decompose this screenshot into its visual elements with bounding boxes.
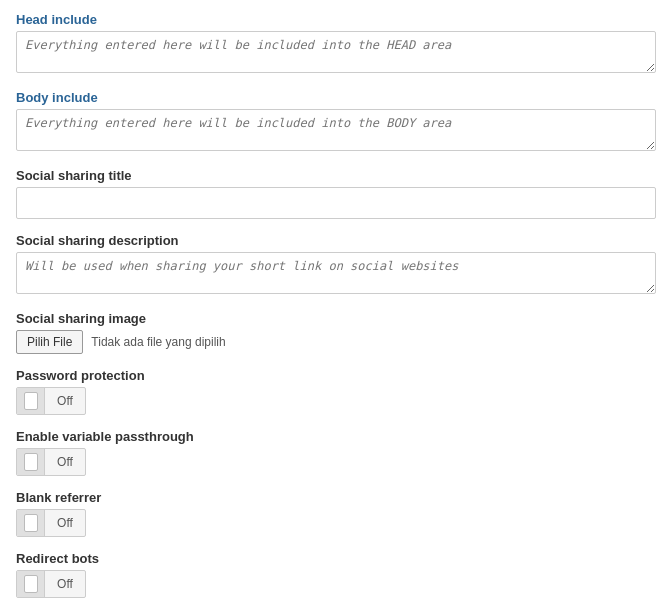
toggle-off-label: Off (45, 394, 85, 408)
blank-referrer-label: Blank referrer (16, 490, 656, 505)
redirect-bots-toggle[interactable]: Off (16, 570, 86, 598)
toggle-thumb (24, 453, 38, 471)
toggle-track (17, 449, 45, 475)
social-title-input[interactable] (16, 187, 656, 219)
social-title-label: Social sharing title (16, 168, 656, 183)
blank-referrer-toggle[interactable]: Off (16, 509, 86, 537)
head-include-textarea[interactable] (16, 31, 656, 73)
toggle-thumb (24, 514, 38, 532)
redirect-bots-group: Redirect bots Off (16, 551, 656, 598)
enable-variable-toggle-row: Off (16, 448, 656, 476)
toggle-thumb (24, 392, 38, 410)
body-include-textarea[interactable] (16, 109, 656, 151)
social-description-group: Social sharing description (16, 233, 656, 297)
password-protection-toggle-row: Off (16, 387, 656, 415)
social-description-textarea[interactable] (16, 252, 656, 294)
toggle-track (17, 510, 45, 536)
toggle-track (17, 388, 45, 414)
choose-file-button[interactable]: Pilih File (16, 330, 83, 354)
file-name-display: Tidak ada file yang dipilih (91, 335, 225, 349)
password-protection-label: Password protection (16, 368, 656, 383)
redirect-bots-toggle-row: Off (16, 570, 656, 598)
file-row: Pilih File Tidak ada file yang dipilih (16, 330, 656, 354)
password-protection-group: Password protection Off (16, 368, 656, 415)
toggle-thumb (24, 575, 38, 593)
toggle-off-label: Off (45, 577, 85, 591)
toggle-off-label: Off (45, 455, 85, 469)
social-image-group: Social sharing image Pilih File Tidak ad… (16, 311, 656, 354)
toggle-track (17, 571, 45, 597)
redirect-bots-label: Redirect bots (16, 551, 656, 566)
enable-variable-label: Enable variable passthrough (16, 429, 656, 444)
enable-variable-group: Enable variable passthrough Off (16, 429, 656, 476)
social-description-label: Social sharing description (16, 233, 656, 248)
head-include-label: Head include (16, 12, 656, 27)
password-protection-toggle[interactable]: Off (16, 387, 86, 415)
social-image-label: Social sharing image (16, 311, 656, 326)
blank-referrer-toggle-row: Off (16, 509, 656, 537)
blank-referrer-group: Blank referrer Off (16, 490, 656, 537)
toggle-off-label: Off (45, 516, 85, 530)
body-include-group: Body include (16, 90, 656, 154)
enable-variable-toggle[interactable]: Off (16, 448, 86, 476)
body-include-label: Body include (16, 90, 656, 105)
social-title-group: Social sharing title (16, 168, 656, 219)
head-include-group: Head include (16, 12, 656, 76)
